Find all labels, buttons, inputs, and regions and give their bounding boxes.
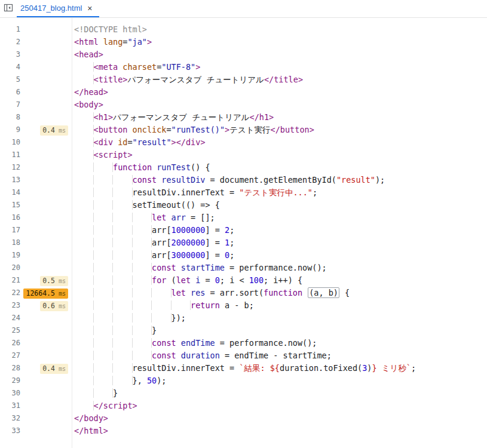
line-number[interactable]: 1 <box>0 23 22 36</box>
code-token: テスト実行 <box>229 125 270 134</box>
perf-badge-cell <box>22 337 72 349</box>
code-token: <head> <box>74 50 103 59</box>
tab-close-icon[interactable]: × <box>87 4 92 13</box>
line-number[interactable]: 23 <box>0 299 22 312</box>
perf-badge-cell: 0.6 ms <box>22 299 72 312</box>
indent-guides <box>74 376 133 385</box>
line-number[interactable]: 27 <box>0 349 22 362</box>
line-number[interactable]: 26 <box>0 337 22 349</box>
line-number[interactable]: 31 <box>0 400 22 412</box>
line-number[interactable]: 10 <box>0 136 22 149</box>
code-line: 17 arr[1000000] = 2; <box>0 224 487 237</box>
line-number[interactable]: 2 <box>0 36 22 48</box>
code-text: setTimeout(() => { <box>72 199 220 211</box>
perf-badge-cell <box>22 375 72 387</box>
code-line: 33</html> <box>0 425 487 437</box>
code-token: 2000000 <box>171 238 206 247</box>
line-number[interactable]: 22 <box>0 287 22 299</box>
code-token: ; <box>229 225 234 235</box>
line-number[interactable]: 8 <box>0 111 22 124</box>
line-number[interactable]: 20 <box>0 262 22 274</box>
line-number[interactable]: 24 <box>0 312 22 324</box>
code-token: function <box>264 288 302 297</box>
code-line: 2212664.5 ms let res = arr.sort(function… <box>0 287 487 299</box>
line-number[interactable]: 19 <box>0 249 22 262</box>
code-text: </head> <box>72 86 108 99</box>
code-token: = performance.now(); <box>215 338 317 348</box>
perf-badge-cell <box>22 262 72 274</box>
line-number[interactable]: 30 <box>0 387 22 400</box>
panel-collapse-icon <box>4 3 13 15</box>
navigator-toggle-button[interactable] <box>0 0 17 17</box>
code-text: <head> <box>72 48 103 61</box>
code-line: 26 const endTime = performance.now(); <box>0 337 487 349</box>
line-number[interactable]: 16 <box>0 211 22 224</box>
perf-time-value: 0.4 <box>42 126 55 134</box>
code-token: return <box>191 300 220 310</box>
code-token: endTime <box>181 338 215 348</box>
code-editor: 1<!DOCTYPE html>2<html lang="ja">3<head>… <box>0 18 487 448</box>
code-line: 230.6 ms return a - b; <box>0 299 487 312</box>
code-text: }); <box>72 312 186 324</box>
code-token: `結果: ${ <box>239 363 280 373</box>
line-number[interactable]: 4 <box>0 61 22 73</box>
line-number[interactable]: 29 <box>0 375 22 387</box>
code-token <box>99 37 103 47</box>
line-number[interactable]: 5 <box>0 73 22 86</box>
code-line: 280.4 ms resultDiv.innerText = `結果: ${du… <box>0 362 487 375</box>
perf-badge-cell <box>22 23 72 36</box>
code-token: "runTest()" <box>171 125 225 134</box>
code-token: <html <box>74 37 99 47</box>
perf-badge-cell <box>22 400 72 412</box>
code-token: 100 <box>249 275 264 285</box>
perf-badge-cell <box>22 224 72 237</box>
code-token: = <box>127 137 132 147</box>
code-token: </html> <box>74 426 108 435</box>
perf-badge-cell <box>22 425 72 437</box>
code-text: arr[2000000] = 1; <box>72 237 234 249</box>
code-token <box>152 162 157 172</box>
indent-guides <box>74 288 171 297</box>
code-token: ; <box>313 188 317 197</box>
line-number[interactable]: 12 <box>0 161 22 174</box>
code-line: 29 }, 50); <box>0 375 487 387</box>
code-token: arr[ <box>152 250 171 260</box>
perf-badge-cell <box>22 86 72 99</box>
code-token: a - b; <box>220 300 254 310</box>
code-text: function runTest() { <box>72 161 210 174</box>
line-number[interactable]: 3 <box>0 48 22 61</box>
code-token: <body> <box>74 100 103 109</box>
file-tab[interactable]: 250417_blog.html × <box>17 0 99 17</box>
code-token: ] = <box>205 225 225 235</box>
line-number[interactable]: 32 <box>0 412 22 425</box>
line-number[interactable]: 25 <box>0 324 22 337</box>
perf-time-value: 0.4 <box>42 364 55 373</box>
code-line: 31 </script> <box>0 400 487 412</box>
line-number[interactable]: 17 <box>0 224 22 237</box>
perf-badge-cell: 0.4 ms <box>22 124 72 136</box>
indent-guides <box>74 75 94 84</box>
line-number[interactable]: 14 <box>0 186 22 199</box>
line-number[interactable]: 28 <box>0 362 22 375</box>
line-number[interactable]: 33 <box>0 425 22 437</box>
code-token: let <box>152 213 166 222</box>
code-line: 14 resultDiv.innerText = "テスト実行中..."; <box>0 186 487 199</box>
line-number[interactable]: 9 <box>0 124 22 136</box>
code-token: </body> <box>74 413 108 423</box>
line-number[interactable]: 18 <box>0 237 22 249</box>
indent-guides <box>74 238 152 247</box>
code-line: 2<html lang="ja"> <box>0 36 487 48</box>
code-token: ></div> <box>171 137 206 147</box>
line-number[interactable]: 6 <box>0 86 22 99</box>
line-number[interactable]: 11 <box>0 149 22 161</box>
line-number[interactable]: 15 <box>0 199 22 211</box>
code-token <box>176 263 181 272</box>
line-number[interactable]: 21 <box>0 274 22 287</box>
code-token: const <box>152 263 176 272</box>
code-token: <h1> <box>94 112 114 122</box>
indent-guides <box>74 213 152 222</box>
line-number[interactable]: 13 <box>0 174 22 186</box>
code-token: "result" <box>133 137 171 147</box>
line-number[interactable]: 7 <box>0 99 22 111</box>
code-text: } <box>72 324 157 337</box>
